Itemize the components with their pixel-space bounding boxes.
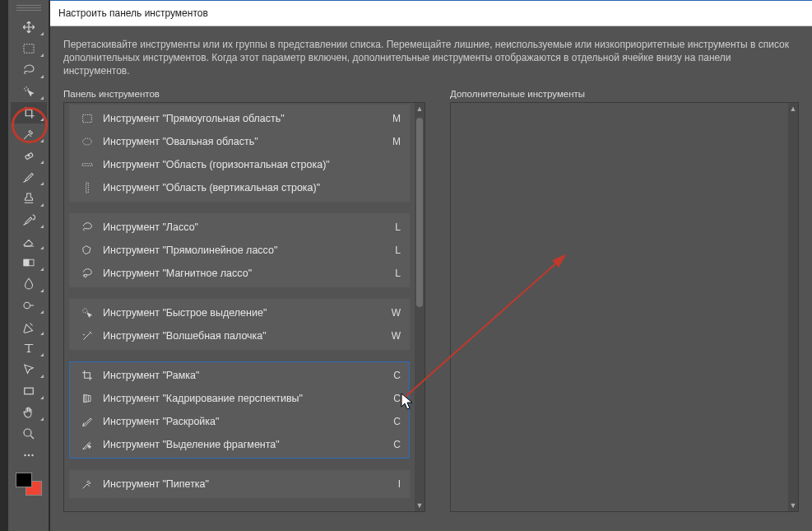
poly-lasso-icon — [78, 243, 96, 258]
col-marquee-icon — [78, 180, 96, 195]
tool-row[interactable]: Инструмент "Область (вертикальная строка… — [70, 176, 409, 199]
tool-shortcut: L — [386, 245, 401, 256]
zoom-tool-icon[interactable] — [11, 423, 47, 445]
lasso-icon — [78, 220, 96, 235]
tool-row[interactable]: Инструмент "Волшебная палочка"W — [70, 324, 409, 347]
svg-rect-14 — [86, 183, 89, 193]
left-column-header: Панель инструментов — [63, 89, 425, 99]
svg-point-9 — [27, 454, 29, 456]
right-column-header: Дополнительные инструменты — [450, 89, 799, 99]
ellipse-marquee-icon — [78, 134, 96, 149]
tool-shortcut: C — [386, 439, 401, 450]
tool-label: Инструмент "Волшебная палочка" — [103, 330, 386, 342]
tool-shortcut: L — [386, 268, 401, 279]
lasso-tool-icon[interactable] — [11, 59, 47, 81]
left-scrollbar[interactable]: ▲ ▼ — [415, 103, 425, 511]
tool-label: Инструмент "Область (горизонтальная стро… — [103, 159, 386, 170]
tool-row[interactable]: Инструмент "Быстрое выделение"W — [70, 301, 409, 324]
tool-row[interactable]: Инструмент "Пипетка"I — [70, 473, 409, 496]
tool-shortcut: L — [386, 221, 401, 233]
path-select-tool-icon[interactable] — [11, 359, 47, 380]
svg-point-12 — [83, 138, 92, 145]
window-edge — [0, 0, 8, 531]
right-scrollbar[interactable]: ▲ ▼ — [788, 103, 798, 511]
scroll-up-icon[interactable]: ▲ — [415, 103, 425, 114]
tool-group-lasso[interactable]: Инструмент "Лассо"LИнструмент "Прямолине… — [69, 213, 410, 287]
tool-row[interactable]: Инструмент "Овальная область"M — [70, 130, 409, 153]
tool-shortcut: C — [386, 416, 401, 427]
tool-row[interactable]: Инструмент "Выделение фрагмента"C — [70, 433, 409, 456]
rectangle-tool-icon[interactable] — [11, 380, 47, 402]
tool-row[interactable]: Инструмент "Магнитное лассо"L — [70, 262, 409, 285]
tool-group-eyedropper[interactable]: Инструмент "Пипетка"I — [69, 470, 410, 498]
tool-row[interactable]: Инструмент "Прямолинейное лассо"L — [70, 239, 409, 262]
slice-icon — [78, 414, 96, 429]
tool-label: Инструмент "Область (вертикальная строка… — [103, 182, 386, 193]
svg-rect-6 — [24, 388, 33, 394]
dialog-titlebar[interactable]: Настроить панель инструментов — [50, 0, 812, 26]
blur-tool-icon[interactable] — [11, 273, 47, 295]
toolbar-grip[interactable] — [11, 3, 47, 12]
svg-point-5 — [24, 302, 30, 309]
dialog-title: Настроить панель инструментов — [58, 7, 208, 19]
slice-select-icon — [78, 437, 96, 452]
scroll-up-icon[interactable]: ▲ — [788, 103, 798, 114]
tool-label: Инструмент "Овальная область" — [103, 136, 386, 147]
tool-row[interactable]: Инструмент "Раскройка"C — [70, 410, 409, 433]
tool-label: Инструмент "Магнитное лассо" — [103, 268, 386, 279]
pen-tool-icon[interactable] — [11, 316, 47, 338]
tool-shortcut: I — [386, 478, 401, 490]
move-tool-icon[interactable] — [11, 16, 47, 38]
svg-point-16 — [90, 333, 91, 333]
history-brush-tool-icon[interactable] — [11, 209, 47, 231]
customize-toolbar-dialog: Настроить панель инструментов Перетаскив… — [49, 0, 812, 531]
healing-tool-icon[interactable] — [11, 145, 47, 166]
tool-label: Инструмент "Лассо" — [103, 221, 386, 233]
tool-label: Инструмент "Раскройка" — [103, 416, 386, 427]
quick-select-icon — [78, 305, 96, 320]
color-swatches[interactable] — [11, 471, 47, 501]
toolbar-list: Инструмент "Прямоугольная область"MИнстр… — [63, 102, 425, 512]
vertical-toolbar — [8, 0, 49, 531]
row-marquee-icon — [78, 157, 96, 172]
type-tool-icon[interactable] — [11, 338, 47, 359]
crop-tool-icon[interactable] — [11, 102, 47, 123]
tool-row[interactable]: Инструмент "Рамка"C — [70, 364, 409, 387]
svg-rect-4 — [24, 259, 29, 266]
tool-label: Инструмент "Выделение фрагмента" — [103, 439, 386, 450]
tool-shortcut: C — [386, 393, 401, 404]
svg-point-8 — [24, 454, 26, 456]
tool-shortcut: M — [386, 136, 401, 147]
scroll-down-icon[interactable]: ▼ — [415, 500, 425, 511]
foreground-color-swatch[interactable] — [16, 473, 32, 487]
tool-row[interactable]: Инструмент "Область (горизонтальная стро… — [70, 153, 409, 176]
quick-select-tool-icon[interactable] — [11, 81, 47, 102]
more-tools-icon[interactable] — [11, 445, 47, 466]
extra-tools-list[interactable]: ▲ ▼ — [450, 102, 799, 512]
dodge-tool-icon[interactable] — [11, 295, 47, 316]
stamp-tool-icon[interactable] — [11, 188, 47, 209]
tool-label: Инструмент "Рамка" — [103, 370, 386, 381]
scroll-thumb[interactable] — [416, 118, 423, 307]
eyedropper-tool-icon[interactable] — [11, 123, 47, 145]
rect-marquee-tool-icon[interactable] — [11, 38, 47, 59]
scroll-down-icon[interactable]: ▼ — [788, 500, 798, 511]
tool-label: Инструмент "Быстрое выделение" — [103, 307, 386, 319]
gradient-tool-icon[interactable] — [11, 252, 47, 273]
eraser-tool-icon[interactable] — [11, 231, 47, 252]
svg-point-10 — [31, 454, 33, 456]
tool-row[interactable]: Инструмент "Лассо"L — [70, 216, 409, 239]
tool-row[interactable]: Инструмент "Прямоугольная область"M — [70, 107, 409, 130]
svg-rect-11 — [83, 114, 92, 122]
brush-tool-icon[interactable] — [11, 166, 47, 188]
eyedropper-icon — [78, 477, 96, 491]
tool-row[interactable]: Инструмент "Кадрирование перспективы"C — [70, 387, 409, 410]
hand-tool-icon[interactable] — [11, 402, 47, 423]
tool-group-select[interactable]: Инструмент "Быстрое выделение"WИнструмен… — [69, 299, 410, 350]
magic-wand-icon — [78, 328, 96, 343]
tool-group-crop[interactable]: Инструмент "Рамка"CИнструмент "Кадрирова… — [69, 361, 410, 459]
tool-group-marquee[interactable]: Инструмент "Прямоугольная область"MИнстр… — [69, 105, 410, 202]
magnetic-lasso-icon — [78, 266, 96, 281]
dialog-description: Перетаскивайте инструменты или их группы… — [63, 38, 799, 77]
crop-icon — [78, 368, 96, 383]
